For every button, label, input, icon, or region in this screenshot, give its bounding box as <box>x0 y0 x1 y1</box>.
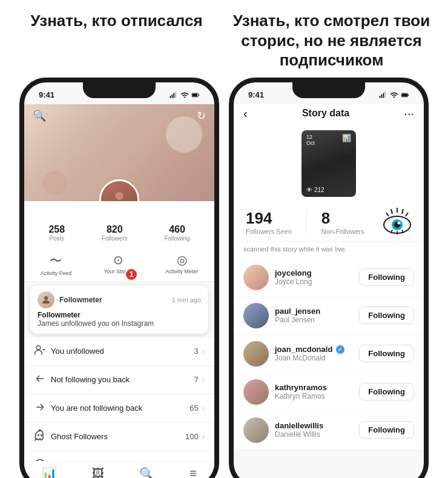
following-button-4[interactable]: Following <box>359 421 414 439</box>
svg-point-32 <box>398 221 401 224</box>
more-button[interactable]: ··· <box>404 107 414 121</box>
followers-seen-number: 194 <box>246 209 292 228</box>
follower-info-3: kathrynramos Kathryn Ramos <box>275 383 353 400</box>
notch-right <box>292 82 365 98</box>
hero-refresh-icon[interactable]: ↻ <box>197 109 206 122</box>
posts-label: Posts <box>48 235 65 242</box>
follower-item-2: joan_mcdonald Joan McDonald Following <box>234 335 424 373</box>
hero-decor2 <box>42 171 67 195</box>
svg-point-9 <box>36 345 41 350</box>
name-4: Danielle Willis <box>275 430 353 439</box>
story-thumbnail-container: 12 Oct 📊 👁 212 <box>234 125 424 203</box>
bottom-image-icon[interactable]: 🖼 <box>92 466 104 479</box>
chevron-icon-2: › <box>202 403 205 413</box>
followers-list: joycelong Joyce Long Following paul_jens… <box>234 259 424 450</box>
right-header: ‹ Story data ··· <box>234 104 424 125</box>
stat-following: 460 Following <box>164 224 189 242</box>
non-followers-stat: 8 Non-Followers <box>321 209 364 235</box>
tab-your-stories[interactable]: ⊙ Your Stories 1 <box>104 253 133 276</box>
following-button-0[interactable]: Following <box>359 268 414 286</box>
non-followers-label: Non-Followers <box>321 228 364 235</box>
following-button-1[interactable]: Following <box>359 307 414 324</box>
wifi-icon <box>180 91 189 99</box>
tab-activity-feed[interactable]: 〜 Activity Feed <box>41 253 72 276</box>
activity-meter-label: Activity Meter <box>165 268 198 274</box>
menu-count-2: 65 <box>189 403 198 413</box>
signal-icon <box>170 91 178 99</box>
signal-icon-r <box>379 91 387 99</box>
bottom-menu-icon[interactable]: ≡ <box>189 466 197 479</box>
svg-point-6 <box>115 191 123 199</box>
avatar-inner <box>101 181 137 201</box>
following-button-2[interactable]: Following <box>359 345 414 362</box>
avatar-daniellewillis <box>243 417 269 443</box>
name-2: Joan McDonald <box>275 354 353 362</box>
stat-followers: 820 Followers <box>102 224 128 242</box>
status-time-right: 9:41 <box>248 90 264 99</box>
right-phone: 9:41 ‹ Story data ··· 12 Oct 📊 <box>229 78 429 479</box>
bottom-stats-icon[interactable]: 📊 <box>42 466 57 479</box>
followers-seen-stat: 194 Followers Seen <box>246 209 292 235</box>
menu-item-not-following-back[interactable]: Not following you back 7 › <box>24 366 214 394</box>
follower-info-0: joycelong Joyce Long <box>275 268 353 286</box>
battery-icon-r <box>401 91 409 99</box>
svg-point-14 <box>41 434 42 436</box>
svg-rect-23 <box>402 93 407 96</box>
activity-feed-label: Activity Feed <box>41 270 72 276</box>
avatar-joanmcdonald <box>243 341 269 367</box>
menu-count-0: 3 <box>194 347 198 356</box>
tab-activity-meter[interactable]: ◎ Activity Meter <box>165 253 198 276</box>
menu-item-ghost[interactable]: Ghost Followers 100 › <box>24 423 214 451</box>
notification-card: Followmeter 1 min ago Followmeter James … <box>30 285 208 334</box>
stat-posts: 258 Posts <box>48 224 65 242</box>
follow-icon <box>41 294 51 305</box>
back-button[interactable]: ‹ <box>243 107 248 121</box>
username-1: paul_jensen <box>275 307 353 316</box>
right-heading: Узнать, кто смотрел твои сторис, но не я… <box>227 11 436 70</box>
notification-title-row: Followmeter 1 min ago <box>59 296 201 304</box>
following-button-3[interactable]: Following <box>359 383 414 400</box>
notch-left <box>83 82 156 98</box>
svg-rect-5 <box>193 93 197 96</box>
follower-item-0: joycelong Joyce Long Following <box>234 259 424 297</box>
activity-meter-icon: ◎ <box>177 253 187 267</box>
svg-line-25 <box>391 209 392 214</box>
menu-label-0: You unfollowed <box>51 347 194 356</box>
following-count: 460 <box>164 224 189 235</box>
ghost-followers-icon <box>34 430 46 442</box>
followers-label: Followers <box>102 235 128 242</box>
follower-info-4: daniellewillis Danielle Willis <box>275 421 353 439</box>
bottom-search-icon[interactable]: 🔍 <box>139 466 154 479</box>
non-followers-number: 8 <box>321 209 364 228</box>
menu-item-not-following[interactable]: You are not following back 65 › <box>24 394 214 423</box>
not-following-icon <box>34 373 51 387</box>
chevron-icon-3: › <box>202 432 205 441</box>
notification-avatar <box>38 291 54 308</box>
status-icons-left <box>170 91 200 99</box>
story-date: 12 Oct <box>306 134 315 147</box>
svg-rect-19 <box>381 94 383 98</box>
svg-rect-3 <box>175 91 176 98</box>
name-0: Joyce Long <box>275 277 353 286</box>
eye-icon-small: 👁 <box>306 187 312 193</box>
avatar-joycelong <box>243 265 269 290</box>
top-section: Узнать, кто отписался Узнать, кто смотре… <box>0 0 448 78</box>
avatar-pauljensen <box>243 303 269 328</box>
following-label: Following <box>164 235 189 242</box>
story-thumbnail[interactable]: 12 Oct 📊 👁 212 <box>301 130 356 197</box>
hero-search-icon[interactable]: 🔍 <box>33 109 46 122</box>
username-2: joan_mcdonald <box>275 345 353 354</box>
not-following-back-icon <box>34 401 51 416</box>
battery-icon <box>191 91 200 99</box>
svg-point-13 <box>38 434 39 436</box>
svg-point-8 <box>44 296 48 300</box>
notification-body-text: James unfollowed you on Instagram <box>38 319 201 328</box>
menu-item-unfollowed[interactable]: You unfollowed 3 › <box>24 337 214 366</box>
svg-rect-0 <box>170 96 171 98</box>
phones-container: 9:41 🔍 ↻ 258 Posts <box>0 78 448 479</box>
arrow-right-icon <box>34 401 46 413</box>
menu-label-1: Not following you back <box>51 375 194 384</box>
notification-body-title: Followmeter <box>38 311 201 319</box>
verified-badge <box>336 345 344 354</box>
svg-rect-2 <box>173 93 174 98</box>
